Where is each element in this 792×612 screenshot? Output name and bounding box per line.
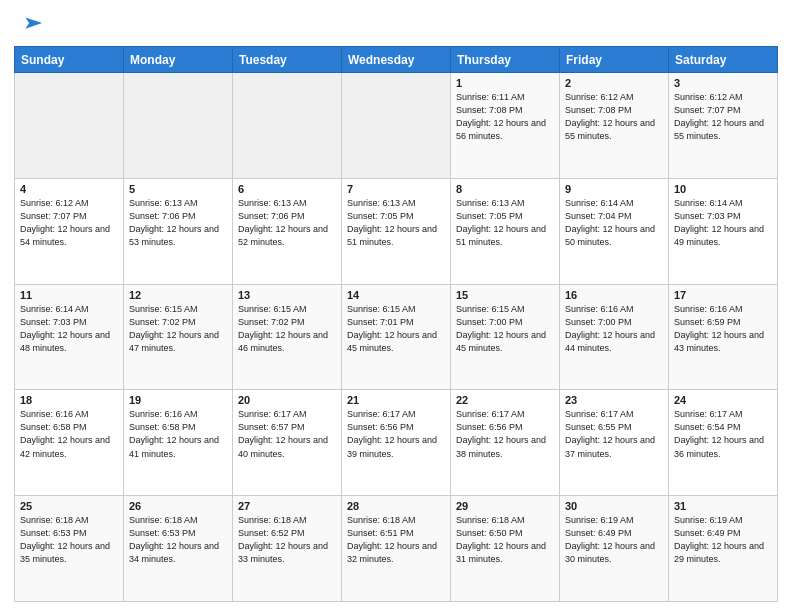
day-number: 20	[238, 394, 336, 406]
day-number: 13	[238, 289, 336, 301]
day-info: Sunrise: 6:12 AMSunset: 7:07 PMDaylight:…	[674, 91, 772, 143]
day-number: 31	[674, 500, 772, 512]
calendar-cell: 18Sunrise: 6:16 AMSunset: 6:58 PMDayligh…	[15, 390, 124, 496]
calendar-cell: 20Sunrise: 6:17 AMSunset: 6:57 PMDayligh…	[233, 390, 342, 496]
day-info: Sunrise: 6:13 AMSunset: 7:05 PMDaylight:…	[347, 197, 445, 249]
calendar-cell	[124, 73, 233, 179]
calendar-table: SundayMondayTuesdayWednesdayThursdayFrid…	[14, 46, 778, 602]
day-info: Sunrise: 6:14 AMSunset: 7:03 PMDaylight:…	[674, 197, 772, 249]
logo-icon	[16, 10, 44, 38]
calendar-week-row: 25Sunrise: 6:18 AMSunset: 6:53 PMDayligh…	[15, 496, 778, 602]
day-number: 28	[347, 500, 445, 512]
calendar-cell: 3Sunrise: 6:12 AMSunset: 7:07 PMDaylight…	[669, 73, 778, 179]
day-number: 23	[565, 394, 663, 406]
day-info: Sunrise: 6:17 AMSunset: 6:54 PMDaylight:…	[674, 408, 772, 460]
calendar-cell	[15, 73, 124, 179]
day-info: Sunrise: 6:17 AMSunset: 6:55 PMDaylight:…	[565, 408, 663, 460]
weekday-header: Saturday	[669, 47, 778, 73]
calendar-cell: 8Sunrise: 6:13 AMSunset: 7:05 PMDaylight…	[451, 178, 560, 284]
weekday-header: Wednesday	[342, 47, 451, 73]
day-number: 18	[20, 394, 118, 406]
day-info: Sunrise: 6:15 AMSunset: 7:02 PMDaylight:…	[238, 303, 336, 355]
calendar-cell: 6Sunrise: 6:13 AMSunset: 7:06 PMDaylight…	[233, 178, 342, 284]
day-info: Sunrise: 6:16 AMSunset: 6:59 PMDaylight:…	[674, 303, 772, 355]
day-number: 16	[565, 289, 663, 301]
calendar-cell	[233, 73, 342, 179]
day-info: Sunrise: 6:17 AMSunset: 6:56 PMDaylight:…	[456, 408, 554, 460]
day-number: 10	[674, 183, 772, 195]
day-info: Sunrise: 6:17 AMSunset: 6:57 PMDaylight:…	[238, 408, 336, 460]
calendar-cell: 23Sunrise: 6:17 AMSunset: 6:55 PMDayligh…	[560, 390, 669, 496]
day-info: Sunrise: 6:13 AMSunset: 7:06 PMDaylight:…	[129, 197, 227, 249]
calendar-cell: 1Sunrise: 6:11 AMSunset: 7:08 PMDaylight…	[451, 73, 560, 179]
day-info: Sunrise: 6:11 AMSunset: 7:08 PMDaylight:…	[456, 91, 554, 143]
day-number: 24	[674, 394, 772, 406]
calendar-cell: 21Sunrise: 6:17 AMSunset: 6:56 PMDayligh…	[342, 390, 451, 496]
day-number: 14	[347, 289, 445, 301]
calendar-cell: 31Sunrise: 6:19 AMSunset: 6:49 PMDayligh…	[669, 496, 778, 602]
calendar-cell: 19Sunrise: 6:16 AMSunset: 6:58 PMDayligh…	[124, 390, 233, 496]
calendar-cell: 7Sunrise: 6:13 AMSunset: 7:05 PMDaylight…	[342, 178, 451, 284]
day-info: Sunrise: 6:15 AMSunset: 7:02 PMDaylight:…	[129, 303, 227, 355]
day-info: Sunrise: 6:18 AMSunset: 6:53 PMDaylight:…	[20, 514, 118, 566]
day-number: 9	[565, 183, 663, 195]
day-number: 8	[456, 183, 554, 195]
day-number: 6	[238, 183, 336, 195]
day-info: Sunrise: 6:13 AMSunset: 7:06 PMDaylight:…	[238, 197, 336, 249]
calendar-cell: 17Sunrise: 6:16 AMSunset: 6:59 PMDayligh…	[669, 284, 778, 390]
calendar-cell: 5Sunrise: 6:13 AMSunset: 7:06 PMDaylight…	[124, 178, 233, 284]
weekday-header: Friday	[560, 47, 669, 73]
calendar-cell: 4Sunrise: 6:12 AMSunset: 7:07 PMDaylight…	[15, 178, 124, 284]
header	[14, 10, 778, 38]
day-number: 19	[129, 394, 227, 406]
weekday-header: Sunday	[15, 47, 124, 73]
day-number: 7	[347, 183, 445, 195]
day-info: Sunrise: 6:16 AMSunset: 7:00 PMDaylight:…	[565, 303, 663, 355]
calendar-cell: 2Sunrise: 6:12 AMSunset: 7:08 PMDaylight…	[560, 73, 669, 179]
day-info: Sunrise: 6:18 AMSunset: 6:51 PMDaylight:…	[347, 514, 445, 566]
calendar-cell: 22Sunrise: 6:17 AMSunset: 6:56 PMDayligh…	[451, 390, 560, 496]
day-number: 30	[565, 500, 663, 512]
calendar-cell: 28Sunrise: 6:18 AMSunset: 6:51 PMDayligh…	[342, 496, 451, 602]
day-number: 22	[456, 394, 554, 406]
day-info: Sunrise: 6:14 AMSunset: 7:04 PMDaylight:…	[565, 197, 663, 249]
day-number: 3	[674, 77, 772, 89]
calendar-cell: 13Sunrise: 6:15 AMSunset: 7:02 PMDayligh…	[233, 284, 342, 390]
day-number: 12	[129, 289, 227, 301]
calendar-cell: 26Sunrise: 6:18 AMSunset: 6:53 PMDayligh…	[124, 496, 233, 602]
calendar-week-row: 1Sunrise: 6:11 AMSunset: 7:08 PMDaylight…	[15, 73, 778, 179]
day-info: Sunrise: 6:16 AMSunset: 6:58 PMDaylight:…	[20, 408, 118, 460]
calendar-cell: 10Sunrise: 6:14 AMSunset: 7:03 PMDayligh…	[669, 178, 778, 284]
calendar-cell: 29Sunrise: 6:18 AMSunset: 6:50 PMDayligh…	[451, 496, 560, 602]
day-info: Sunrise: 6:14 AMSunset: 7:03 PMDaylight:…	[20, 303, 118, 355]
calendar-cell: 27Sunrise: 6:18 AMSunset: 6:52 PMDayligh…	[233, 496, 342, 602]
calendar-cell: 9Sunrise: 6:14 AMSunset: 7:04 PMDaylight…	[560, 178, 669, 284]
day-info: Sunrise: 6:15 AMSunset: 7:00 PMDaylight:…	[456, 303, 554, 355]
day-number: 1	[456, 77, 554, 89]
calendar-week-row: 11Sunrise: 6:14 AMSunset: 7:03 PMDayligh…	[15, 284, 778, 390]
day-number: 4	[20, 183, 118, 195]
day-number: 15	[456, 289, 554, 301]
day-info: Sunrise: 6:19 AMSunset: 6:49 PMDaylight:…	[674, 514, 772, 566]
day-number: 27	[238, 500, 336, 512]
calendar-cell: 11Sunrise: 6:14 AMSunset: 7:03 PMDayligh…	[15, 284, 124, 390]
weekday-header: Monday	[124, 47, 233, 73]
calendar-cell: 15Sunrise: 6:15 AMSunset: 7:00 PMDayligh…	[451, 284, 560, 390]
day-number: 29	[456, 500, 554, 512]
calendar-cell: 16Sunrise: 6:16 AMSunset: 7:00 PMDayligh…	[560, 284, 669, 390]
day-info: Sunrise: 6:13 AMSunset: 7:05 PMDaylight:…	[456, 197, 554, 249]
calendar-cell: 12Sunrise: 6:15 AMSunset: 7:02 PMDayligh…	[124, 284, 233, 390]
day-info: Sunrise: 6:19 AMSunset: 6:49 PMDaylight:…	[565, 514, 663, 566]
calendar-cell: 24Sunrise: 6:17 AMSunset: 6:54 PMDayligh…	[669, 390, 778, 496]
day-number: 17	[674, 289, 772, 301]
calendar-cell	[342, 73, 451, 179]
page: SundayMondayTuesdayWednesdayThursdayFrid…	[0, 0, 792, 612]
calendar-cell: 25Sunrise: 6:18 AMSunset: 6:53 PMDayligh…	[15, 496, 124, 602]
day-info: Sunrise: 6:18 AMSunset: 6:53 PMDaylight:…	[129, 514, 227, 566]
day-info: Sunrise: 6:18 AMSunset: 6:50 PMDaylight:…	[456, 514, 554, 566]
calendar-cell: 30Sunrise: 6:19 AMSunset: 6:49 PMDayligh…	[560, 496, 669, 602]
day-info: Sunrise: 6:15 AMSunset: 7:01 PMDaylight:…	[347, 303, 445, 355]
day-number: 21	[347, 394, 445, 406]
day-number: 5	[129, 183, 227, 195]
header-row: SundayMondayTuesdayWednesdayThursdayFrid…	[15, 47, 778, 73]
